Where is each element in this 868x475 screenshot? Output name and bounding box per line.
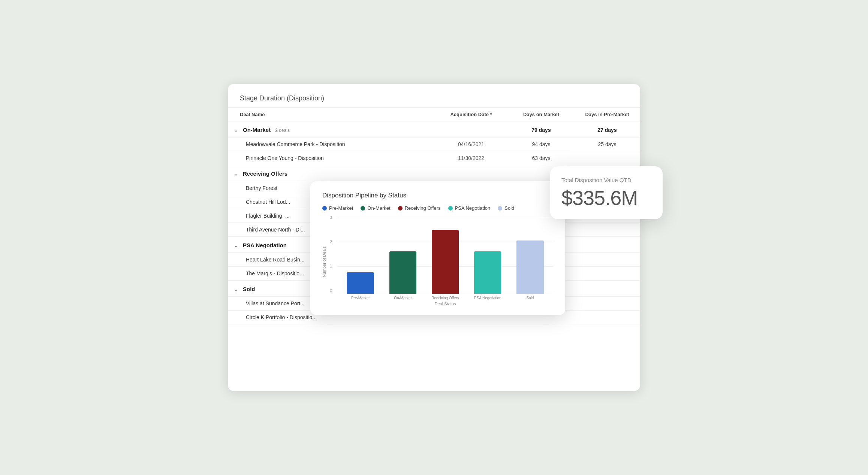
group-days-premarket-cell: [574, 281, 640, 297]
table-header-row: Deal Name Acquisition Date * Days on Mar…: [228, 108, 640, 121]
legend-label: Receiving Offers: [405, 205, 441, 211]
bar: [389, 251, 416, 294]
table-row: Meadowvale Commerce Park - Disposition04…: [228, 137, 640, 151]
group-days-market-cell: 79 days: [508, 121, 574, 137]
col-deal-name: Deal Name: [228, 108, 434, 121]
bar-group: Pre-Market: [341, 227, 380, 300]
bar-group: Sold: [511, 227, 549, 300]
bar: [347, 272, 374, 294]
chevron-icon[interactable]: ⌄: [234, 243, 240, 249]
deal-days-premarket-cell: [574, 297, 640, 311]
legend-dot: [361, 206, 365, 211]
chart-popup-title: Disposition Pipeline by Status: [322, 192, 553, 199]
group-days-premarket-cell: [574, 237, 640, 253]
group-acquisition-cell: [434, 165, 508, 181]
legend-item: PSA Negotiation: [448, 205, 491, 211]
legend-dot: [322, 206, 327, 211]
deal-date-cell: 04/16/2021: [434, 137, 508, 151]
legend-label: PSA Negotiation: [455, 205, 491, 211]
bar: [474, 251, 501, 294]
group-acquisition-cell: [434, 121, 508, 137]
chevron-icon[interactable]: ⌄: [234, 171, 240, 177]
col-days-on-market: Days on Market: [508, 108, 574, 121]
bars-container: Pre-MarketOn-MarketReceiving OffersPSA N…: [337, 227, 553, 300]
bar-x-label: On-Market: [394, 296, 412, 300]
group-name-cell: ⌄On-Market2 deals: [228, 121, 434, 137]
deal-days-premarket-cell: [574, 267, 640, 281]
bar-x-label: Pre-Market: [351, 296, 370, 300]
value-card-amount: $335.6M: [561, 188, 651, 208]
legend-dot: [448, 206, 453, 211]
bar: [516, 240, 543, 294]
legend-label: Pre-Market: [329, 205, 353, 211]
deal-days-market-cell: 63 days: [508, 151, 574, 165]
table-group-row: ⌄On-Market2 deals79 days27 days: [228, 121, 640, 137]
deal-days-premarket-cell: [574, 151, 640, 165]
col-days-in-premarket: Days in Pre-Market: [574, 108, 640, 121]
chart-legend: Pre-MarketOn-MarketReceiving OffersPSA N…: [322, 205, 553, 211]
deal-days-premarket-cell: [574, 223, 640, 237]
x-axis-title: Deal Status: [337, 302, 553, 306]
bar-chart-area: 3 2 1 0 Pre-MarketOn-MarketReceiving Off…: [337, 218, 553, 300]
deal-days-premarket-cell: [574, 311, 640, 324]
bar-group: PSA Negotiation: [468, 227, 507, 300]
col-acquisition-date: Acquisition Date *: [434, 108, 508, 121]
legend-item: Sold: [498, 205, 514, 211]
legend-item: Receiving Offers: [398, 205, 441, 211]
grid-line-3: 3: [337, 218, 553, 218]
legend-dot: [398, 206, 403, 211]
group-name-cell: ⌄Receiving Offers: [228, 165, 434, 181]
bar-x-label: Receiving Offers: [431, 296, 459, 300]
value-card-label: Total Disposition Value QTD: [561, 177, 651, 183]
table-row: Pinnacle One Young - Disposition11/30/20…: [228, 151, 640, 165]
group-days-premarket-cell: 27 days: [574, 121, 640, 137]
legend-label: On-Market: [367, 205, 390, 211]
legend-item: On-Market: [361, 205, 390, 211]
legend-label: Sold: [504, 205, 514, 211]
deal-name-cell: Pinnacle One Young - Disposition: [228, 151, 434, 165]
legend-dot: [498, 206, 502, 211]
bar: [432, 230, 459, 294]
main-card: Stage Duration (Disposition) Deal Name A…: [228, 84, 640, 391]
chevron-icon[interactable]: ⌄: [234, 127, 240, 133]
card-title: Stage Duration (Disposition): [228, 84, 640, 108]
value-card: Total Disposition Value QTD $335.6M: [550, 166, 663, 219]
legend-item: Pre-Market: [322, 205, 353, 211]
deal-name-cell: Meadowvale Commerce Park - Disposition: [228, 137, 434, 151]
deal-days-premarket-cell: 25 days: [574, 137, 640, 151]
bar-x-label: Sold: [526, 296, 534, 300]
bar-group: Receiving Offers: [426, 227, 464, 300]
chart-popup: Disposition Pipeline by Status Pre-Marke…: [310, 181, 565, 315]
y-axis-label: Number of Deals: [322, 246, 326, 278]
bar-group: On-Market: [383, 227, 422, 300]
bar-x-label: PSA Negotiation: [474, 296, 501, 300]
deal-date-cell: 11/30/2022: [434, 151, 508, 165]
deal-days-market-cell: 94 days: [508, 137, 574, 151]
chevron-icon[interactable]: ⌄: [234, 287, 240, 293]
deal-days-premarket-cell: [574, 253, 640, 267]
